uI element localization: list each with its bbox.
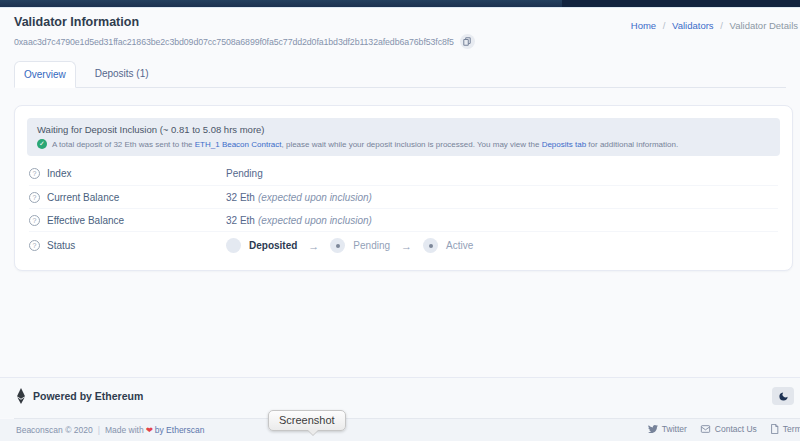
status-step-pending: Pending: [330, 238, 390, 253]
breadcrumb-separator: /: [663, 20, 666, 31]
powered-by-ethereum: Powered by Ethereum: [16, 388, 143, 404]
help-icon[interactable]: ?: [29, 215, 40, 226]
row-status-value: Deposited → Pending → Active: [226, 238, 473, 253]
navbar-right-segment: [562, 0, 800, 7]
terms-link[interactable]: Terms: [770, 424, 800, 434]
contact-us-link[interactable]: Contact Us: [700, 424, 757, 434]
tab-overview[interactable]: Overview: [14, 61, 76, 88]
status-circle-deposited: [226, 238, 241, 253]
document-icon: [770, 424, 779, 434]
dark-mode-toggle[interactable]: [772, 387, 794, 405]
overview-rows: ? Index Pending ? Current Balance 32 Eth…: [29, 162, 778, 259]
moon-icon: [778, 391, 789, 402]
check-circle-icon: ✓: [37, 139, 47, 149]
row-index-label: ? Index: [29, 168, 226, 179]
status-step-active: Active: [423, 238, 473, 253]
breadcrumb-validators-link[interactable]: Validators: [672, 20, 714, 31]
validator-pubkey: 0xaac3d7c4790e1d5ed31ffac21863be2c3bd09d…: [14, 37, 454, 47]
breadcrumb: Home / Validators / Validator Details: [631, 20, 798, 31]
breadcrumb-separator: /: [720, 20, 723, 31]
tab-bar: Overview Deposits (1): [14, 61, 786, 88]
validator-address-row: 0xaac3d7c4790e1d5ed31ffac21863be2c3bd09d…: [14, 34, 475, 49]
breadcrumb-current: Validator Details: [730, 20, 798, 31]
copy-address-button[interactable]: [460, 34, 475, 49]
arrow-right-icon: →: [401, 240, 412, 252]
balance-note: (expected upon inclusion): [258, 215, 372, 226]
screenshot-tooltip: Screenshot: [268, 410, 346, 431]
twitter-link[interactable]: Twitter: [648, 424, 687, 434]
help-icon[interactable]: ?: [29, 240, 40, 251]
alert-message: ✓ A total deposit of 32 Eth was sent to …: [37, 139, 770, 149]
footer: Powered by Ethereum: [0, 377, 800, 418]
status-circle-active: [423, 238, 438, 253]
ethereum-icon: [16, 388, 26, 404]
heart-icon: ❤: [146, 425, 153, 435]
deposit-inclusion-alert: Waiting for Deposit Inclusion (~ 0.81 to…: [27, 118, 780, 156]
row-index: ? Index Pending: [29, 162, 778, 185]
beacon-contract-link[interactable]: ETH_1 Beacon Contract: [195, 140, 282, 149]
status-step-deposited: Deposited: [226, 238, 297, 253]
alert-title: Waiting for Deposit Inclusion (~ 0.81 to…: [37, 124, 770, 135]
arrow-right-icon: →: [308, 240, 319, 252]
row-current-balance: ? Current Balance 32 Eth (expected upon …: [29, 185, 778, 208]
row-status: ? Status Deposited → Pending →: [29, 231, 778, 259]
breadcrumb-home-link[interactable]: Home: [631, 20, 656, 31]
etherscan-credit: by Etherscan: [155, 425, 205, 435]
balance-note: (expected upon inclusion): [258, 192, 372, 203]
status-flow: Deposited → Pending → Active: [226, 238, 473, 253]
help-icon[interactable]: ?: [29, 168, 40, 179]
row-index-value: Pending: [226, 168, 263, 179]
copy-icon: [463, 37, 471, 46]
help-icon[interactable]: ?: [29, 192, 40, 203]
footer-copyright: Beaconscan © 2020|Made with❤by Etherscan: [16, 425, 204, 435]
twitter-icon: [648, 424, 658, 434]
alert-text: A total deposit of 32 Eth was sent to th…: [52, 140, 678, 149]
status-circle-pending: [330, 238, 345, 253]
row-status-label: ? Status: [29, 240, 226, 251]
tab-deposits[interactable]: Deposits (1): [86, 61, 158, 87]
row-effective-balance-value: 32 Eth (expected upon inclusion): [226, 215, 372, 226]
footer-links: Twitter Contact Us Terms: [648, 424, 800, 434]
row-current-balance-label: ? Current Balance: [29, 192, 226, 203]
deposits-tab-link[interactable]: Deposits tab: [542, 140, 586, 149]
validator-overview-card: Waiting for Deposit Inclusion (~ 0.81 to…: [14, 105, 793, 271]
row-effective-balance-label: ? Effective Balance: [29, 215, 226, 226]
footer-bottom-bar: Beaconscan © 2020|Made with❤by Etherscan…: [0, 419, 800, 441]
row-effective-balance: ? Effective Balance 32 Eth (expected upo…: [29, 208, 778, 231]
top-navbar: [0, 0, 800, 8]
mail-icon: [700, 424, 711, 434]
row-current-balance-value: 32 Eth (expected upon inclusion): [226, 192, 372, 203]
page-title: Validator Information: [14, 15, 139, 29]
